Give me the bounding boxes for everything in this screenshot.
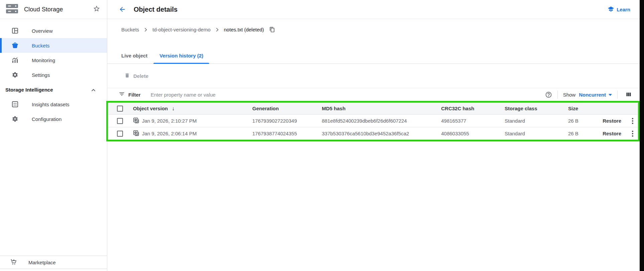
show-noncurrent-dropdown[interactable]: Noncurrent — [579, 92, 612, 98]
storage-class-value: Standard — [505, 131, 525, 136]
object-version-timestamp[interactable]: Jan 9, 2026, 2:10:27 PM — [142, 118, 197, 124]
sidebar-item-buckets[interactable]: Buckets — [0, 38, 107, 53]
sidebar: Cloud Storage Overview — [0, 0, 107, 271]
show-label: Show — [563, 92, 576, 98]
app-bar: Object details Learn — [107, 0, 640, 19]
object-version-timestamp[interactable]: Jan 9, 2026, 2:06:14 PM — [142, 131, 197, 136]
sidebar-item-label: Insights datasets — [32, 102, 70, 107]
column-header-size[interactable]: Size — [568, 106, 578, 111]
breadcrumb-bucket-name[interactable]: td-object-versioning-demo — [152, 27, 210, 32]
size-value: 26 B — [568, 118, 578, 124]
cloud-storage-console: Cloud Storage Overview — [0, 0, 644, 271]
tab-live-object[interactable]: Live object — [115, 47, 153, 63]
overflow-menu-icon[interactable] — [631, 117, 635, 125]
main-content: Object details Learn Buckets td-object-v… — [107, 0, 640, 271]
highlight-box: Object version ↓ Generation MD5 hash CRC… — [106, 101, 640, 141]
learn-label: Learn — [617, 7, 630, 12]
pin-star-icon[interactable] — [93, 5, 100, 14]
tab-version-history[interactable]: Version history (2) — [153, 47, 209, 63]
overview-icon — [12, 27, 18, 34]
filter-input[interactable] — [150, 92, 545, 98]
delete-trash-icon — [124, 72, 130, 80]
breadcrumb-buckets[interactable]: Buckets — [121, 27, 139, 32]
sidebar-item-label: Marketplace — [28, 260, 56, 265]
column-header-object-version[interactable]: Object version — [133, 106, 168, 111]
settings-gear-icon — [12, 72, 18, 78]
filter-button[interactable]: Filter — [119, 91, 141, 98]
sidebar-item-insights-datasets[interactable]: Insights datasets — [0, 97, 107, 112]
sidebar-item-configuration[interactable]: Configuration — [0, 112, 107, 126]
product-title: Cloud Storage — [24, 6, 88, 13]
show-value-text: Noncurrent — [579, 92, 606, 98]
learn-link[interactable]: Learn — [608, 6, 630, 13]
row-checkbox[interactable] — [117, 118, 123, 124]
toolbar: Delete — [107, 64, 640, 88]
column-header-storage-class[interactable]: Storage class — [505, 106, 537, 111]
sidebar-item-label: Configuration — [32, 116, 61, 122]
generation-value: 1767939027220349 — [252, 118, 297, 124]
sidebar-item-monitoring[interactable]: Monitoring — [0, 53, 107, 67]
overflow-menu-icon[interactable] — [631, 129, 635, 138]
sidebar-item-label: Buckets — [32, 43, 49, 48]
marketplace-cart-icon — [10, 258, 17, 267]
sidebar-item-marketplace[interactable]: Marketplace — [0, 256, 107, 269]
chevron-up-icon — [91, 87, 96, 93]
separator — [557, 91, 558, 99]
sidebar-nav: Overview Buckets — [0, 19, 107, 82]
caret-down-icon — [609, 94, 612, 96]
delete-button[interactable]: Delete — [124, 72, 148, 80]
generation-value: 1767938774024355 — [252, 131, 297, 136]
filter-icon — [119, 91, 125, 98]
object-version-icon — [133, 130, 139, 137]
sort-desc-icon[interactable]: ↓ — [172, 106, 174, 112]
crc32c-hash-value: 4086033055 — [441, 131, 469, 136]
storage-class-value: Standard — [505, 118, 525, 124]
select-all-checkbox[interactable] — [117, 106, 123, 112]
sidebar-header: Cloud Storage — [0, 0, 107, 19]
filter-label: Filter — [128, 92, 141, 98]
configuration-gear-icon — [12, 116, 18, 122]
column-selector-icon[interactable] — [623, 91, 634, 98]
chevron-right-icon — [144, 28, 147, 32]
table-row: Jan 9, 2026, 2:10:27 PM 1767939027220349… — [108, 114, 638, 127]
filter-bar: Filter Show Noncurrent — [107, 88, 640, 101]
sidebar-section-storage-intelligence[interactable]: Storage Intelligence — [0, 82, 107, 97]
breadcrumb-object-name: notes.txt (deleted) — [224, 27, 264, 32]
column-header-crc32c[interactable]: CRC32C hash — [441, 106, 474, 111]
row-checkbox[interactable] — [117, 131, 123, 137]
cloud-storage-logo-icon — [5, 3, 19, 15]
screen-edge — [640, 0, 644, 271]
md5-hash-value: 337b530376ca5610bd3e9452a36f5ca2 — [322, 131, 409, 136]
md5-hash-value: 881e8fd52400239dbeb6f26d6f607224 — [322, 118, 407, 124]
show-filter: Show Noncurrent — [563, 92, 612, 98]
object-version-icon — [133, 117, 139, 125]
breadcrumb: Buckets td-object-versioning-demo notes.… — [107, 19, 640, 40]
back-arrow-icon[interactable] — [118, 5, 126, 13]
sidebar-item-label: Overview — [32, 28, 53, 34]
section-label: Storage Intelligence — [5, 87, 53, 93]
column-header-md5[interactable]: MD5 hash — [322, 106, 346, 111]
monitoring-icon — [12, 57, 18, 63]
sidebar-item-overview[interactable]: Overview — [0, 23, 107, 38]
chevron-right-icon — [216, 28, 219, 32]
delete-label: Delete — [133, 73, 148, 79]
buckets-icon — [12, 42, 18, 49]
sidebar-item-label: Settings — [32, 72, 50, 78]
restore-button[interactable]: Restore — [603, 131, 621, 136]
restore-button[interactable]: Restore — [603, 118, 621, 124]
learn-icon — [608, 6, 614, 13]
column-header-generation[interactable]: Generation — [252, 106, 279, 111]
sidebar-item-settings[interactable]: Settings — [0, 67, 107, 82]
table-row: Jan 9, 2026, 2:06:14 PM 1767938774024355… — [108, 127, 638, 140]
crc32c-hash-value: 498165377 — [441, 118, 466, 124]
table-header-row: Object version ↓ Generation MD5 hash CRC… — [108, 103, 638, 114]
copy-icon[interactable] — [269, 26, 275, 33]
size-value: 26 B — [568, 131, 578, 136]
tab-bar: Live object Version history (2) — [107, 40, 640, 64]
separator — [617, 91, 618, 99]
insights-datasets-icon — [12, 101, 18, 108]
page-title: Object details — [134, 6, 608, 13]
help-icon[interactable] — [545, 91, 552, 98]
sidebar-item-label: Monitoring — [32, 57, 55, 63]
